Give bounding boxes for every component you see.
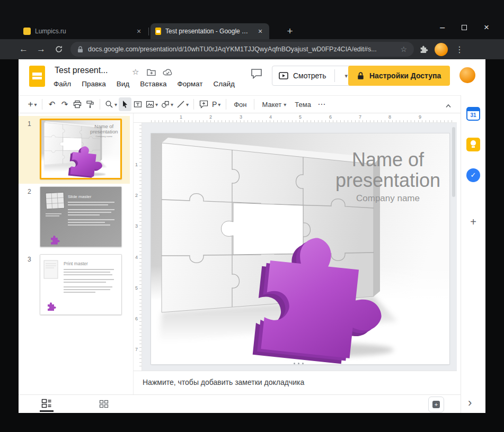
lock-icon <box>77 46 83 53</box>
keep-icon[interactable] <box>466 138 480 151</box>
select-cursor-icon[interactable] <box>119 97 131 111</box>
menu-insert[interactable]: Вставка <box>140 80 166 88</box>
redo-icon[interactable]: ↷ <box>58 97 71 111</box>
explore-button[interactable]: + <box>428 397 444 412</box>
browser-tab-lumpics[interactable]: Lumpics.ru × <box>19 23 148 39</box>
slide3-title: Print master <box>64 261 88 266</box>
slide2-title: Slide master <box>68 194 92 199</box>
side-panel: 31 ✓ + › <box>461 95 485 413</box>
p-tool-label: P <box>212 100 217 109</box>
background-button[interactable]: Фон <box>229 97 251 111</box>
comments-icon[interactable] <box>251 68 262 79</box>
text-box-icon[interactable] <box>131 97 144 111</box>
notes-resize-handle[interactable] <box>294 363 305 365</box>
account-avatar[interactable] <box>459 67 475 83</box>
forward-icon[interactable]: → <box>32 44 50 55</box>
slide-filmstrip: 1 2 Slide master <box>19 113 134 394</box>
browser-tab-presentation[interactable]: Test presentation - Google През × <box>151 23 269 39</box>
menu-slide[interactable]: Слайд <box>213 80 235 88</box>
browser-profile-avatar[interactable] <box>435 43 448 56</box>
toolbar-divider <box>100 99 100 110</box>
toolbar-divider <box>254 99 254 110</box>
undo-icon[interactable]: ↶ <box>46 97 58 111</box>
present-label: Смотреть <box>293 71 326 80</box>
browser-navbar: ← → docs.google.com/presentation/d/10whT… <box>0 39 504 59</box>
horizontal-ruler: 1 2 3 4 5 6 7 8 9 <box>134 113 457 123</box>
speaker-notes-placeholder[interactable]: Нажмите, чтобы добавить заметки докладчи… <box>143 378 304 386</box>
present-icon <box>279 72 288 80</box>
filmstrip-view-icon[interactable] <box>41 398 52 409</box>
toolbar: +▾ ↶ ↷ ▾ ▾ ▾ ▾ <box>19 95 461 113</box>
url-text: docs.google.com/presentation/d/10whTU0rJ… <box>88 46 395 53</box>
explore-icon: + <box>432 401 440 408</box>
cloud-status-icon[interactable] <box>163 68 173 76</box>
toolbar-divider <box>193 99 194 110</box>
lock-icon <box>357 72 364 80</box>
collapse-toolbar-icon[interactable] <box>442 99 455 113</box>
menu-view[interactable]: Вид <box>117 80 129 88</box>
document-title[interactable]: Test present... <box>55 66 108 75</box>
grid-view-icon[interactable] <box>99 399 109 409</box>
expand-panel-chevron-icon[interactable]: › <box>468 396 472 410</box>
tab-close-icon[interactable]: × <box>135 27 143 35</box>
star-document-icon[interactable]: ☆ <box>132 67 139 77</box>
selected-view-indicator <box>40 410 54 412</box>
button-divider <box>334 69 335 82</box>
layout-button[interactable]: Макет▾ <box>258 97 290 111</box>
browser-menu-kebab-icon[interactable]: ⋮ <box>453 44 466 55</box>
insert-line-icon[interactable]: ▾ <box>175 97 190 111</box>
slide-thumbnail-3[interactable]: Print master <box>40 254 122 315</box>
bottom-bar: + <box>19 394 461 413</box>
present-button[interactable]: Смотреть ▾ <box>272 66 353 86</box>
slide-canvas-area <box>142 123 457 371</box>
slide-thumbnail-2[interactable]: Slide master <box>40 186 122 247</box>
add-comment-icon[interactable] <box>197 97 210 111</box>
insert-shape-icon[interactable]: ▾ <box>160 97 175 111</box>
calendar-icon[interactable]: 31 <box>466 107 480 121</box>
calendar-day-label: 31 <box>467 112 479 118</box>
address-bar[interactable]: docs.google.com/presentation/d/10whTU0rJ… <box>70 42 414 57</box>
maximize-button[interactable] <box>462 25 467 30</box>
slides-logo[interactable] <box>29 66 45 87</box>
share-settings-label: Настройки Доступа <box>369 71 441 80</box>
bookmark-star-icon[interactable]: ☆ <box>400 45 407 53</box>
vertical-ruler: 1 2 3 4 5 6 7 <box>134 123 142 371</box>
tab-separator <box>148 28 149 35</box>
minimize-button[interactable]: – <box>440 23 445 32</box>
canvas-scrollbar[interactable] <box>452 127 455 197</box>
print-icon[interactable] <box>71 97 84 111</box>
speaker-notes-panel[interactable]: Нажмите, чтобы добавить заметки докладчи… <box>134 371 457 394</box>
slide-number: 3 <box>28 256 31 263</box>
zoom-icon[interactable]: ▾ <box>103 97 119 111</box>
menu-bar: Файл Правка Вид Вставка Формат Слайд <box>54 80 235 88</box>
more-options-icon[interactable]: ⋯ <box>315 97 328 111</box>
add-addon-icon[interactable]: + <box>466 215 480 229</box>
current-slide[interactable] <box>151 133 449 364</box>
back-icon[interactable]: ← <box>15 44 32 55</box>
p-tool-button[interactable]: P ▾ <box>210 97 223 111</box>
tab-close-icon[interactable]: × <box>256 27 264 35</box>
menu-file[interactable]: Файл <box>54 80 71 88</box>
insert-image-icon[interactable]: ▾ <box>144 97 160 111</box>
tasks-icon[interactable]: ✓ <box>466 168 480 182</box>
menu-format[interactable]: Формат <box>177 80 202 88</box>
new-slide-button[interactable]: +▾ <box>26 97 39 111</box>
toolbar-divider <box>42 99 42 110</box>
toolbar-divider <box>226 99 226 110</box>
paint-format-icon[interactable] <box>84 97 96 111</box>
reload-icon[interactable] <box>50 45 67 53</box>
theme-button[interactable]: Тема <box>290 97 315 111</box>
move-folder-icon[interactable] <box>147 68 156 76</box>
slides-favicon <box>155 28 161 35</box>
share-settings-button[interactable]: Настройки Доступа <box>348 66 450 86</box>
slide-thumbnail-1[interactable] <box>40 119 122 179</box>
menu-edit[interactable]: Правка <box>82 80 106 88</box>
browser-chrome: Lumpics.ru × Test presentation - Google … <box>0 0 504 59</box>
google-slides-app: Test present... ☆ Файл Правка Вид Вставк… <box>19 59 485 413</box>
extensions-puzzle-icon[interactable] <box>420 46 428 53</box>
slide-number: 2 <box>28 188 31 195</box>
lumpics-favicon <box>23 28 31 35</box>
new-tab-button[interactable]: + <box>283 24 297 38</box>
window-close-button[interactable]: × <box>484 22 489 33</box>
tab-title: Test presentation - Google През <box>165 28 252 35</box>
